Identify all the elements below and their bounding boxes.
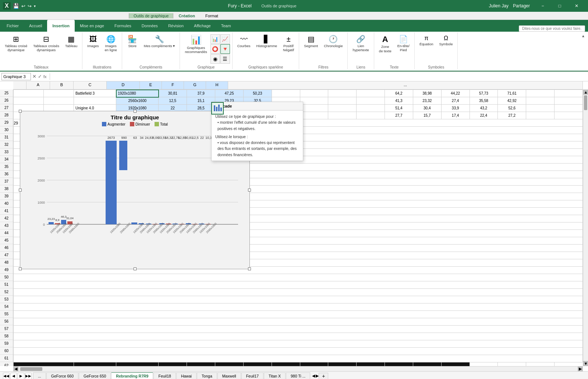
cell-l25[interactable] <box>357 90 385 97</box>
btn-chart-more1[interactable]: ◉ <box>210 54 220 64</box>
sheet-nav-next[interactable]: ▶ <box>18 373 24 379</box>
cell-b25[interactable] <box>43 90 74 97</box>
tab-rebranding-r7r9[interactable]: Rebranding R7R9 <box>111 372 153 379</box>
btn-store[interactable]: 🏪 Store <box>124 33 141 49</box>
tab-accueil[interactable]: Accueil <box>24 20 47 32</box>
horizontal-scrollbar[interactable]: ◀ ▶ <box>13 366 583 371</box>
sheet-nav-last[interactable]: ▶▶ <box>25 373 32 379</box>
cell-c25[interactable]: Battlefield 3 <box>74 90 116 97</box>
name-box[interactable] <box>1 73 31 80</box>
sheet-nav-prev[interactable]: ◀ <box>10 373 17 379</box>
resize-handle-br[interactable] <box>248 267 251 270</box>
tab-add[interactable]: + <box>319 373 328 379</box>
cell-p25[interactable]: 57,73 <box>470 90 498 97</box>
btn-courbes[interactable]: 〰 Courbes <box>235 33 253 49</box>
col-header-a[interactable]: A <box>26 81 50 89</box>
vertical-scrollbar[interactable]: ▲ ▼ <box>583 90 588 366</box>
btn-images[interactable]: 🖼 Images <box>85 33 101 49</box>
formula-function-icon[interactable]: fx <box>43 74 47 79</box>
cell-f25[interactable]: 37,9 <box>187 90 215 97</box>
cell-g25[interactable]: 47,25 <box>215 90 244 97</box>
tab-affichage[interactable]: Affichage <box>189 20 216 32</box>
btn-chart-cascade[interactable]: 🔻 <box>220 44 230 54</box>
btn-chart-pie[interactable]: ⭕ <box>210 44 220 54</box>
btn-chart-line[interactable]: 📈 <box>220 34 230 44</box>
scroll-down-btn[interactable]: ▼ <box>583 361 588 366</box>
minimize-button[interactable]: − <box>534 0 551 12</box>
tab-ellipsis[interactable]: ... <box>33 372 46 379</box>
formula-confirm-icon[interactable]: ✓ <box>38 74 42 79</box>
col-header-d[interactable]: D <box>107 81 140 89</box>
maximize-button[interactable]: □ <box>551 0 568 12</box>
resize-handle-left[interactable] <box>19 189 22 192</box>
formula-cancel-icon[interactable]: ✕ <box>32 74 36 79</box>
cascade-active-icon[interactable] <box>211 102 224 115</box>
tab-format[interactable]: Format <box>200 13 223 19</box>
col-header-e[interactable]: E <box>140 81 162 89</box>
quick-access-save[interactable]: 💾 <box>13 3 19 9</box>
help-search[interactable] <box>519 25 585 32</box>
btn-tableaux-croises[interactable]: ⊟ Tableaux croisésdynamiques <box>31 33 62 54</box>
cell-k25[interactable] <box>328 90 357 97</box>
btn-lien-hypertexte[interactable]: 🔗 Lienhypertexte <box>350 33 371 54</box>
col-header-f[interactable]: F <box>162 81 184 89</box>
formula-input[interactable] <box>53 74 587 79</box>
btn-tableau-croise[interactable]: ⊞ Tableau croisédynamique <box>2 33 30 54</box>
btn-histogramme[interactable]: ▋ Histogramme <box>254 33 280 49</box>
tab-fichier[interactable]: Fichier <box>1 20 24 32</box>
tab-revision[interactable]: Révision <box>163 20 189 32</box>
btn-segment[interactable]: ▤ Segment <box>301 33 320 49</box>
tab-creation[interactable]: Création <box>173 13 200 19</box>
tab-formules[interactable]: Formules <box>109 20 137 32</box>
tab-980ti[interactable]: 980 Ti ... <box>286 372 310 379</box>
cell-e25[interactable]: 30,81 <box>159 90 187 97</box>
resize-handle-bl[interactable] <box>19 267 22 270</box>
col-header-b[interactable]: B <box>50 81 74 89</box>
tab-feuil17[interactable]: Feuil17 <box>241 372 263 379</box>
btn-chart-more2[interactable]: ☰ <box>220 54 230 64</box>
cell-d25[interactable]: 1920x1080 <box>116 90 159 97</box>
resize-handle-top[interactable] <box>134 110 137 113</box>
btn-equation[interactable]: π Équation <box>417 33 436 48</box>
tab-team[interactable]: Team <box>216 20 236 32</box>
tab-insertion[interactable]: Insertion <box>47 20 74 32</box>
quick-access-undo[interactable]: ↩ <box>21 3 25 9</box>
cell-h25[interactable]: 50,23 <box>243 90 272 97</box>
tab-mise-en-page[interactable]: Mise en page <box>75 20 109 32</box>
cell-s25[interactable] <box>555 90 583 97</box>
resize-handle-bottom[interactable] <box>134 267 137 270</box>
btn-zone-texte[interactable]: A Zonede texte <box>376 33 394 55</box>
cell-j25[interactable] <box>300 90 328 97</box>
tab-feuil18[interactable]: Feuil18 <box>153 372 176 379</box>
tab-geforce-650[interactable]: GeForce 650 <box>79 372 111 379</box>
col-header-h[interactable]: H <box>206 81 228 89</box>
btn-entete-pied[interactable]: 📄 En-tête/Pied <box>395 33 412 54</box>
scroll-thumb-v[interactable] <box>584 95 587 110</box>
btn-chronologie[interactable]: 🕐 Chronologie <box>321 33 345 49</box>
tab-maxwell[interactable]: Maxwell <box>217 372 241 379</box>
tab-hawai[interactable]: Hawai <box>176 372 196 379</box>
cell-o25[interactable]: 44,22 <box>441 90 470 97</box>
ribbon-expand[interactable]: ▲ <box>578 32 588 69</box>
cell-m25[interactable]: 64,2 <box>385 90 413 97</box>
resize-handle-right[interactable] <box>248 189 251 192</box>
cell-i25[interactable] <box>272 90 300 97</box>
btn-positif-negatif[interactable]: ± Positif/Négatif <box>280 33 297 54</box>
cell-q25[interactable]: 71,61 <box>498 90 526 97</box>
col-header-c[interactable]: C <box>74 81 107 89</box>
scroll-left-btn[interactable]: ◀ <box>13 366 18 371</box>
scroll-thumb-h[interactable] <box>20 367 42 371</box>
tab-geforce-660[interactable]: GeForce 660 <box>46 372 78 379</box>
btn-mes-complements[interactable]: 🔧 Mes compléments ▾ <box>141 33 178 49</box>
btn-symbole[interactable]: Ω Symbole <box>436 33 455 48</box>
close-button[interactable]: ✕ <box>568 0 585 12</box>
cell-a25[interactable] <box>14 90 44 97</box>
resize-handle-tl[interactable] <box>19 110 22 113</box>
col-header-g[interactable]: G <box>184 81 206 89</box>
cell-n25[interactable]: 38,98 <box>413 90 441 97</box>
scroll-up-btn[interactable]: ▲ <box>583 90 588 95</box>
cell-r25[interactable] <box>526 90 555 97</box>
quick-access-redo[interactable]: ↪ <box>28 3 32 9</box>
btn-graphiques-recommandes[interactable]: 📊 Graphiquesrecommandés <box>182 33 209 56</box>
sheet-nav-first[interactable]: ◀◀ <box>3 373 10 379</box>
